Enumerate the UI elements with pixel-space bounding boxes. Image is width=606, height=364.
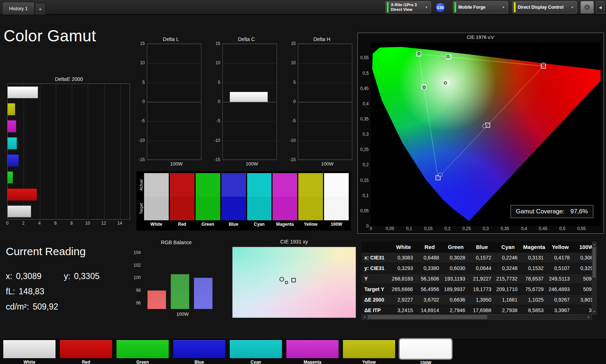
cell-value: 56,4956: [417, 286, 443, 292]
gridline: [223, 121, 277, 122]
delta-value-bar: [230, 92, 268, 102]
rgb-plot: [143, 248, 217, 309]
patch-button-100w[interactable]: 100W: [399, 340, 452, 364]
workflow-dropdown[interactable]: Mobile Forge ▼: [453, 1, 508, 13]
swatch-100w: 100W: [324, 173, 349, 230]
swatch-green: Green: [196, 173, 220, 230]
swatch-label: Cyan: [247, 222, 272, 227]
display-control-dropdown[interactable]: Direct Display Control ▼: [512, 1, 577, 13]
swatch-actual: [324, 173, 349, 197]
deltae-bar-100w: [8, 86, 38, 99]
swatch-target: [247, 197, 272, 220]
cell-value: 0,5107: [547, 265, 573, 271]
x-tick-label: 0,25: [462, 226, 471, 231]
x-tick-label: 0,3: [483, 226, 489, 231]
y-tick-label: 10: [140, 60, 145, 65]
y-tick-label: 104: [134, 250, 141, 255]
gridline: [298, 160, 352, 160]
swatch-actual: [196, 173, 220, 197]
scroll-right-icon[interactable]: ►: [586, 315, 591, 319]
horizontal-scroll-thumb[interactable]: [368, 315, 487, 319]
patch-color: [116, 340, 169, 359]
x-tick-label: 0,2: [445, 226, 451, 231]
cell-value: 14,6914: [417, 307, 443, 313]
swatch-color-pair: [144, 173, 169, 220]
settings-button[interactable]: ⚙: [581, 1, 594, 13]
cie-xticks: 00,050,10,150,20,250,30,350,40,450,50,55: [358, 226, 603, 233]
cell-value: 0,3028: [443, 255, 469, 261]
chevron-down-icon: ▼: [499, 6, 505, 9]
vertical-scroll-thumb[interactable]: [593, 247, 596, 278]
app-root: History 1 + X-Rite i1Pro 3 Direct View ▼…: [0, 0, 606, 364]
meter-name: X-Rite i1Pro 3: [391, 3, 417, 7]
cell-value: 75,6729: [521, 286, 547, 292]
patch-button-white[interactable]: White: [3, 340, 56, 364]
swatch-label: Red: [170, 222, 195, 227]
y-tick-label: -10: [139, 138, 145, 143]
swatch-color-pair: [170, 173, 195, 220]
table-horizontal-scrollbar[interactable]: ◄ ►: [361, 314, 592, 320]
x-tick-label: 0,1: [406, 226, 412, 231]
table-vertical-scrollbar[interactable]: ▲ ▼: [592, 242, 597, 314]
y-tick-label: 0,3: [363, 132, 369, 137]
x-tick-label: 0,45: [539, 226, 547, 231]
deltae2000-chart: DeltaE 2000 02468101214: [7, 76, 131, 228]
delta-plot: [147, 44, 201, 160]
patch-button-magenta[interactable]: Magenta: [286, 340, 339, 364]
y-tick-label: 0,25: [360, 147, 369, 152]
gridline: [298, 121, 352, 122]
patch-button-blue[interactable]: Blue: [173, 340, 226, 364]
swatch-color-pair: [324, 173, 349, 220]
chevron-left-icon: ◀: [599, 5, 602, 9]
cell-value: 21,9227: [469, 276, 495, 282]
patch-button-green[interactable]: Green: [116, 340, 169, 364]
delta-c-chart: Delta C 151050-5-10-15 100W: [212, 36, 281, 167]
row-label: Target Y: [361, 286, 390, 292]
swatch-color-pair: [221, 173, 246, 220]
cie1931-plot: [232, 247, 356, 318]
row-label: y: CIE31: [361, 265, 390, 271]
cell-value: 265,6666: [390, 286, 417, 292]
x-axis-label: 100W: [287, 161, 357, 167]
chart-title: CIE 1931 xy: [232, 239, 356, 246]
y-tick-label: -10: [290, 138, 296, 143]
meter-dropdown[interactable]: X-Rite i1Pro 3 Direct View ▼: [385, 1, 431, 13]
swatch-comparison-panel: Actual Target WhiteRedGreenBlueCyanMagen…: [136, 171, 351, 230]
y-tick-label: -15: [214, 157, 220, 162]
y-tick-label: 100: [134, 275, 141, 280]
patch-color: [229, 340, 282, 359]
cell-value: 249,5113: [547, 276, 573, 282]
cell-value: 0,3293: [573, 265, 592, 271]
column-header: 100W: [573, 244, 592, 250]
x-tick-label: 0,5: [559, 226, 565, 231]
scroll-down-icon[interactable]: ▼: [592, 309, 596, 314]
y-tick-label: 0,05: [360, 208, 369, 213]
y-tick-label: -10: [214, 138, 220, 143]
cell-value: 0,6030: [443, 265, 469, 271]
patch-color: [173, 340, 226, 359]
collapse-panel-button[interactable]: ◀: [596, 1, 605, 13]
scroll-left-icon[interactable]: ◄: [362, 315, 367, 319]
swatch-label: White: [144, 222, 169, 227]
history-tab[interactable]: History 1: [2, 2, 34, 15]
cell-value: 0,6636: [443, 297, 469, 303]
swatch-actual: [170, 173, 195, 197]
swatch-blue: Blue: [221, 173, 246, 230]
add-tab-button[interactable]: +: [35, 3, 46, 15]
gridline: [223, 44, 277, 44]
row-label: ΔE 2000: [361, 297, 390, 303]
patch-label: Cyan: [229, 360, 282, 364]
patch-button-red[interactable]: Red: [60, 340, 112, 364]
deltae-bar-blue: [8, 154, 19, 167]
workflow-name: Mobile Forge: [458, 5, 486, 10]
patch-label: Green: [116, 360, 169, 364]
patch-button-cyan[interactable]: Cyan: [229, 340, 282, 364]
x-tick-label: 0,15: [424, 226, 433, 231]
cell-value: 2,7938: [495, 307, 521, 313]
table-row: y: CIE310,32930,33800,60300,06440,32480,…: [361, 263, 592, 274]
y-tick-label: -5: [216, 118, 220, 123]
patch-button-yellow[interactable]: Yellow: [343, 340, 396, 364]
scroll-up-icon[interactable]: ▲: [592, 242, 596, 247]
cell-value: 0,3083: [390, 255, 417, 261]
cell-value: 189,9937: [443, 286, 469, 292]
